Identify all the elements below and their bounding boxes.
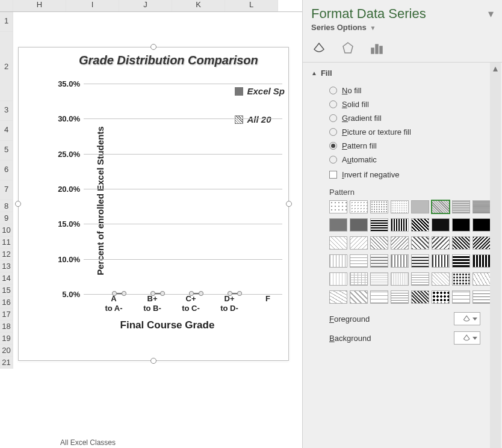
row-header[interactable]: 21 xyxy=(0,357,13,369)
resize-handle[interactable] xyxy=(150,358,156,364)
pattern-swatch[interactable] xyxy=(370,272,388,286)
chart-object[interactable]: Grade Distribution Comparison Excel Sp A… xyxy=(18,47,289,361)
invert-if-negative-checkbox[interactable]: Invert if negative xyxy=(311,167,494,182)
pattern-swatch[interactable] xyxy=(452,218,470,232)
pattern-swatch[interactable] xyxy=(370,254,388,268)
pattern-swatch[interactable] xyxy=(329,272,347,286)
row-header[interactable]: 17 xyxy=(0,308,13,321)
row-header[interactable]: 7 xyxy=(0,180,13,200)
row-header[interactable]: 18 xyxy=(0,321,13,333)
col-header[interactable]: I xyxy=(66,0,119,11)
pattern-swatch[interactable] xyxy=(411,290,429,304)
pattern-fill-radio[interactable]: Pattern fill xyxy=(311,139,494,153)
pattern-swatch[interactable] xyxy=(391,272,409,286)
pattern-swatch[interactable] xyxy=(370,218,388,232)
pattern-swatch[interactable] xyxy=(329,254,347,268)
pattern-swatch[interactable] xyxy=(350,218,368,232)
row-header[interactable]: 15 xyxy=(0,284,13,296)
pattern-swatch[interactable] xyxy=(411,200,429,213)
pattern-swatch[interactable] xyxy=(370,236,388,250)
gradient-fill-radio[interactable]: Gradient fill xyxy=(311,111,494,125)
pattern-swatch[interactable] xyxy=(452,236,470,250)
scroll-up-icon[interactable]: ▴ xyxy=(490,63,501,73)
pattern-swatch[interactable] xyxy=(473,218,491,232)
resize-handle[interactable] xyxy=(286,201,292,207)
pattern-swatch[interactable] xyxy=(411,272,429,286)
pattern-swatch[interactable] xyxy=(350,272,368,286)
pattern-swatch[interactable] xyxy=(452,272,470,286)
pattern-swatch[interactable] xyxy=(432,272,450,286)
col-header[interactable]: K xyxy=(172,0,225,11)
sheet-tab[interactable]: All Excel Classes xyxy=(60,438,116,447)
resize-handle[interactable] xyxy=(150,44,156,50)
solid-fill-radio[interactable]: Solid fill xyxy=(311,97,494,111)
pattern-swatch[interactable] xyxy=(452,200,470,213)
pattern-swatch[interactable] xyxy=(350,236,368,250)
pattern-swatch[interactable] xyxy=(411,254,429,268)
pattern-swatch[interactable] xyxy=(329,218,347,232)
col-header[interactable]: L xyxy=(225,0,278,11)
row-header[interactable]: 5 xyxy=(0,141,13,161)
pattern-swatch[interactable] xyxy=(432,218,450,232)
row-header[interactable]: 8 xyxy=(0,200,13,212)
row-header[interactable]: 11 xyxy=(0,236,13,248)
chart-title[interactable]: Grade Distribution Comparison xyxy=(79,54,282,67)
fill-line-icon[interactable] xyxy=(311,40,327,56)
row-header[interactable]: 19 xyxy=(0,333,13,345)
worksheet-area[interactable]: H I J K L 1 2 3 4 5 6 7 8 9 10 11 12 13 … xyxy=(0,0,302,448)
pattern-swatch[interactable] xyxy=(473,254,491,268)
row-header[interactable]: 16 xyxy=(0,296,13,308)
fill-section-header[interactable]: ▲ Fill xyxy=(311,69,494,78)
series-options-icon[interactable] xyxy=(369,40,385,56)
pattern-swatch[interactable] xyxy=(473,290,491,304)
pattern-swatch[interactable] xyxy=(391,200,409,213)
no-fill-radio[interactable]: No fill xyxy=(311,84,494,97)
row-header[interactable]: 3 xyxy=(0,101,13,121)
row-header[interactable]: 13 xyxy=(0,260,13,272)
pattern-swatch[interactable] xyxy=(329,200,347,213)
pattern-swatch[interactable] xyxy=(391,236,409,250)
pattern-swatch[interactable] xyxy=(452,290,470,304)
row-header[interactable]: 4 xyxy=(0,121,13,141)
pattern-swatch[interactable] xyxy=(391,290,409,304)
pattern-swatch[interactable] xyxy=(370,290,388,304)
foreground-color-button[interactable] xyxy=(454,312,480,325)
automatic-fill-radio[interactable]: Automatic xyxy=(311,153,494,167)
pattern-swatch[interactable] xyxy=(473,272,491,286)
pattern-swatch[interactable] xyxy=(391,218,409,232)
col-header[interactable]: J xyxy=(119,0,172,11)
pattern-swatch[interactable] xyxy=(473,200,491,213)
pattern-swatch[interactable] xyxy=(411,218,429,232)
pattern-swatch[interactable] xyxy=(391,254,409,268)
pattern-swatch[interactable] xyxy=(411,236,429,250)
row-header[interactable]: 14 xyxy=(0,272,13,284)
row-header[interactable]: 1 xyxy=(0,12,13,32)
pattern-swatch[interactable] xyxy=(370,200,388,213)
x-axis-title[interactable]: Final Course Grade xyxy=(52,319,282,331)
pattern-swatch[interactable] xyxy=(473,236,491,250)
row-header[interactable]: 2 xyxy=(0,32,13,101)
row-header[interactable]: 9 xyxy=(0,212,13,224)
pattern-swatch[interactable] xyxy=(432,290,450,304)
chevron-down-icon[interactable]: ▾ xyxy=(488,7,494,20)
pattern-swatch[interactable] xyxy=(329,290,347,304)
row-header[interactable]: 10 xyxy=(0,224,13,236)
row-header[interactable]: 20 xyxy=(0,345,13,357)
panel-scrollbar[interactable]: ▴ xyxy=(490,63,501,448)
pattern-swatch[interactable] xyxy=(452,254,470,268)
series-options-dropdown[interactable]: Series Options ▼ xyxy=(303,23,502,37)
pattern-swatch[interactable] xyxy=(432,254,450,268)
pattern-swatch[interactable] xyxy=(432,236,450,250)
pattern-swatch[interactable] xyxy=(350,254,368,268)
pattern-swatch[interactable] xyxy=(350,200,368,213)
background-color-button[interactable] xyxy=(454,331,480,345)
pattern-swatch[interactable] xyxy=(350,290,368,304)
row-header[interactable]: 6 xyxy=(0,161,13,180)
effects-icon[interactable] xyxy=(340,40,356,56)
resize-handle[interactable] xyxy=(15,201,21,207)
pattern-swatch[interactable] xyxy=(432,200,450,213)
col-header[interactable]: H xyxy=(13,0,66,11)
pattern-swatch[interactable] xyxy=(329,236,347,250)
picture-fill-radio[interactable]: Picture or texture fill xyxy=(311,125,494,139)
plot-area[interactable] xyxy=(84,84,282,294)
